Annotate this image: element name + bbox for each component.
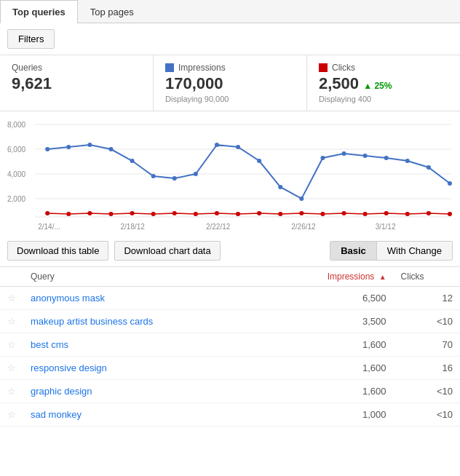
query-cell: graphic design xyxy=(23,380,264,403)
clicks-cell: <10 xyxy=(394,310,460,333)
toggle-basic-button[interactable]: Basic xyxy=(330,242,376,260)
action-bar: Download this table Download chart data … xyxy=(0,235,460,267)
impressions-cell: 6,500 xyxy=(264,287,393,310)
query-link[interactable]: makeup artist business cards xyxy=(31,316,153,327)
query-cell: responsive design xyxy=(23,357,264,380)
table-row: ☆sad monkey1,000<10 xyxy=(0,403,460,427)
svg-point-28 xyxy=(448,181,452,186)
impressions-cell: 1,600 xyxy=(264,357,393,380)
col-header-query: Query xyxy=(23,267,264,287)
clicks-cell: <10 xyxy=(394,380,460,403)
query-link[interactable]: sad monkey xyxy=(31,409,82,420)
impressions-value: 170,000 xyxy=(165,74,295,93)
svg-point-38 xyxy=(236,212,240,216)
filters-bar: Filters xyxy=(0,23,460,55)
queries-value: 9,621 xyxy=(12,74,141,93)
toggle-change-button[interactable]: With Change xyxy=(376,242,452,260)
svg-point-33 xyxy=(130,211,135,215)
table-header-row: Query Impressions ▲ Clicks xyxy=(0,267,460,287)
svg-point-26 xyxy=(405,159,410,163)
svg-text:4,000: 4,000 xyxy=(7,170,26,178)
impressions-cell: 1,000 xyxy=(264,403,393,427)
download-table-button[interactable]: Download this table xyxy=(7,241,108,261)
query-link[interactable]: anonymous mask xyxy=(31,293,105,304)
svg-point-29 xyxy=(45,211,49,215)
chart-container: 8,000 6,000 4,000 2,000 xyxy=(0,111,460,235)
filters-button[interactable]: Filters xyxy=(7,29,55,49)
svg-point-19 xyxy=(257,159,261,163)
clicks-cell: 12 xyxy=(394,287,460,310)
clicks-pct: ▲ 25% xyxy=(363,81,392,91)
impressions-sub: Displaying 90,000 xyxy=(165,95,295,103)
svg-point-12 xyxy=(108,147,113,151)
star-cell[interactable]: ☆ xyxy=(0,333,23,357)
svg-text:6,000: 6,000 xyxy=(7,146,26,154)
svg-point-9 xyxy=(45,147,49,151)
table-row: ☆anonymous mask6,50012 xyxy=(0,287,460,310)
svg-text:2/22/12: 2/22/12 xyxy=(206,223,231,231)
table-row: ☆makeup artist business cards3,500<10 xyxy=(0,310,460,333)
svg-point-31 xyxy=(87,211,92,215)
queries-label: Queries xyxy=(12,63,141,73)
svg-point-46 xyxy=(405,212,410,216)
data-table: Query Impressions ▲ Clicks ☆anonymous ma… xyxy=(0,267,460,427)
svg-point-30 xyxy=(66,212,71,216)
svg-point-35 xyxy=(172,211,177,215)
svg-point-25 xyxy=(384,156,389,160)
svg-point-23 xyxy=(342,151,346,156)
query-link[interactable]: responsive design xyxy=(31,362,107,373)
clicks-cell: 70 xyxy=(394,333,460,357)
svg-point-43 xyxy=(342,211,346,215)
clicks-value: 2,500 ▲ 25% xyxy=(319,74,448,93)
stat-clicks: Clicks 2,500 ▲ 25% Displaying 400 xyxy=(307,55,460,111)
svg-text:8,000: 8,000 xyxy=(7,121,26,129)
svg-text:3/1/12: 3/1/12 xyxy=(376,223,396,231)
star-cell[interactable]: ☆ xyxy=(0,310,23,333)
svg-point-16 xyxy=(194,172,198,176)
svg-point-37 xyxy=(215,211,219,215)
table-row: ☆responsive design1,60016 xyxy=(0,357,460,380)
svg-point-10 xyxy=(66,145,71,149)
svg-point-24 xyxy=(363,154,368,158)
stat-queries: Queries 9,621 xyxy=(0,55,154,111)
svg-point-32 xyxy=(108,212,113,216)
chart-svg: 8,000 6,000 4,000 2,000 xyxy=(7,119,453,235)
svg-point-44 xyxy=(363,212,368,216)
star-cell[interactable]: ☆ xyxy=(0,287,23,310)
query-link[interactable]: best cms xyxy=(31,339,68,350)
clicks-cell: <10 xyxy=(394,403,460,427)
svg-point-14 xyxy=(151,174,156,178)
query-link[interactable]: graphic design xyxy=(31,386,92,397)
svg-point-47 xyxy=(427,211,431,215)
col-header-impressions[interactable]: Impressions ▲ xyxy=(264,267,393,287)
impressions-cell: 3,500 xyxy=(264,310,393,333)
clicks-cell: 16 xyxy=(394,357,460,380)
svg-point-27 xyxy=(427,165,431,170)
tab-top-queries[interactable]: Top queries xyxy=(0,0,78,23)
svg-point-39 xyxy=(257,211,261,215)
impressions-cell: 1,600 xyxy=(264,380,393,403)
svg-point-11 xyxy=(87,143,92,147)
star-cell[interactable]: ☆ xyxy=(0,403,23,427)
svg-point-15 xyxy=(172,176,177,181)
query-cell: makeup artist business cards xyxy=(23,310,264,333)
svg-text:2/18/12: 2/18/12 xyxy=(121,223,146,231)
table-row: ☆best cms1,60070 xyxy=(0,333,460,357)
star-cell[interactable]: ☆ xyxy=(0,380,23,403)
svg-text:2/14/...: 2/14/... xyxy=(38,223,60,231)
svg-point-48 xyxy=(448,212,452,216)
svg-point-41 xyxy=(299,211,304,215)
query-cell: best cms xyxy=(23,333,264,357)
clicks-label: Clicks xyxy=(319,63,448,73)
view-toggle-group: Basic With Change xyxy=(330,241,453,261)
download-chart-button[interactable]: Download chart data xyxy=(114,241,220,261)
stat-impressions: Impressions 170,000 Displaying 90,000 xyxy=(154,55,307,111)
tab-top-pages[interactable]: Top pages xyxy=(78,0,146,23)
svg-point-20 xyxy=(278,185,282,189)
svg-point-45 xyxy=(384,211,389,215)
table-row: ☆graphic design1,600<10 xyxy=(0,380,460,403)
col-header-star xyxy=(0,267,23,287)
star-cell[interactable]: ☆ xyxy=(0,357,23,380)
impressions-legend-icon xyxy=(165,63,174,72)
impressions-cell: 1,600 xyxy=(264,333,393,357)
